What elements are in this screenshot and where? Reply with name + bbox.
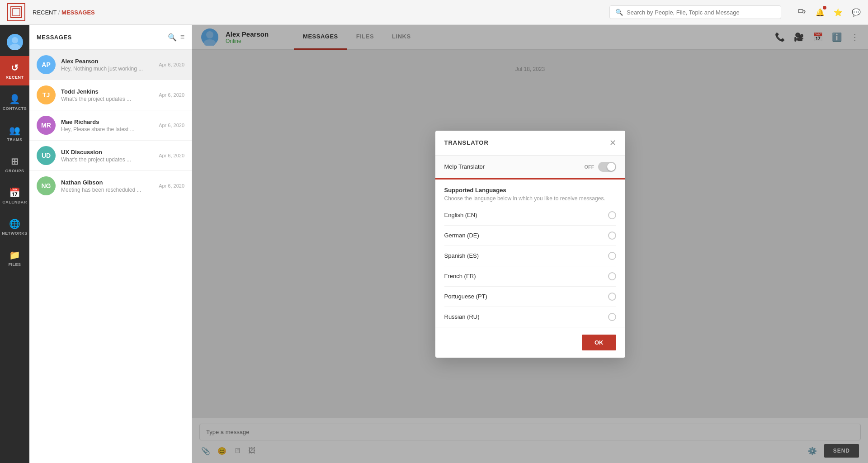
top-header: RECENT / MESSAGES 🔍 🔔 ⭐ 💬 [0,0,868,25]
sidebar-item-contacts[interactable]: 👤 CONTACTS [0,87,29,117]
conversation-item[interactable]: NG Nathan Gibson Meeting has been resche… [29,171,192,201]
modal-footer: OK [435,327,625,358]
conversation-item[interactable]: UD UX Discussion What's the project upda… [29,141,192,171]
modal-overlay[interactable]: TRANSLATOR ✕ Melp Translator OFF Support… [192,25,868,463]
conv-time: Apr 6, 2020 [159,92,184,98]
conv-avatar: NG [37,176,56,195]
networks-icon: 🌐 [9,218,21,229]
conv-avatar: UD [37,146,56,165]
main-layout: ↺ RECENT 👤 CONTACTS 👥 TEAMS ⊞ GROUPS 📅 C… [0,25,868,463]
conversation-list: AP Alex Pearson Hey, Nothing much just w… [29,50,192,463]
filter-panel-icon[interactable]: ≡ [180,33,184,41]
search-input[interactable] [627,9,775,16]
user-avatar [7,34,23,50]
conv-preview: What's the project updates ... [61,156,153,163]
modal-body: Melp Translator OFF Supported Languages … [435,156,625,327]
language-name: English (EN) [444,212,477,218]
teams-icon: 👥 [9,125,21,136]
supported-languages-section: Supported Languages Choose the language … [435,180,625,205]
language-name: Portuguese (PT) [444,293,487,300]
chat-bubble-icon[interactable]: 💬 [852,8,861,17]
svg-rect-1 [13,9,20,16]
modal-title: TRANSLATOR [444,139,489,146]
sidebar-item-calendar[interactable]: 📅 CALENDAR [0,181,29,210]
translator-toggle[interactable] [598,162,616,172]
conversation-item[interactable]: AP Alex Pearson Hey, Nothing much just w… [29,50,192,80]
conv-preview: Hey, Nothing much just working ... [61,66,153,72]
translator-modal: TRANSLATOR ✕ Melp Translator OFF Support… [435,131,625,358]
translator-label: Melp Translator [444,163,485,170]
conversation-item[interactable]: TJ Todd Jenkins What's the project updat… [29,80,192,110]
conv-info: UX Discussion What's the project updates… [61,149,153,163]
supported-langs-desc: Choose the language below in which you l… [444,195,616,202]
contacts-icon: 👤 [9,94,21,104]
conv-name: Alex Pearson [61,58,153,65]
conv-time: Apr 6, 2020 [159,62,184,67]
bell-icon[interactable]: 🔔 [816,8,825,17]
sidebar-item-groups[interactable]: ⊞ GROUPS [0,150,29,179]
breadcrumb: RECENT / MESSAGES [33,9,95,16]
svg-point-4 [9,44,20,50]
translate-icon[interactable] [797,8,807,17]
sidebar-item-teams[interactable]: 👥 TEAMS [0,118,29,148]
recent-icon: ↺ [11,62,19,73]
files-icon: 📁 [9,250,21,260]
language-list: English (EN) German (DE) Spanish (ES) Fr… [435,205,625,327]
star-icon[interactable]: ⭐ [834,8,843,17]
language-item: Spanish (ES) [444,246,616,266]
language-radio-pt[interactable] [608,293,616,301]
language-radio-ru[interactable] [608,313,616,321]
notification-badge [823,6,826,9]
conv-preview: What's the project updates ... [61,96,153,102]
modal-header: TRANSLATOR ✕ [435,131,625,156]
language-radio-en[interactable] [608,211,616,219]
conv-preview: Hey, Please share the latest ... [61,126,153,132]
language-name: Russian (RU) [444,313,480,320]
supported-langs-title: Supported Languages [444,187,616,194]
modal-close-button[interactable]: ✕ [609,139,616,147]
translator-toggle-row: Melp Translator OFF [435,156,625,180]
conv-name: Nathan Gibson [61,179,153,186]
conv-preview: Meeting has been rescheduled ... [61,187,153,193]
conv-avatar: TJ [37,85,56,104]
search-bar[interactable]: 🔍 [609,5,781,19]
sidebar-user-avatar[interactable] [0,29,29,54]
conv-name: Mae Richards [61,118,153,125]
conv-avatar: MR [37,116,56,135]
language-name: Spanish (ES) [444,252,479,259]
groups-icon: ⊞ [11,156,19,167]
app-logo [7,3,25,21]
sidebar-item-recent[interactable]: ↺ RECENT [0,56,29,85]
chat-area: Alex Pearson Online MESSAGES FILES LINKS… [192,25,868,463]
language-radio-fr[interactable] [608,272,616,280]
language-item: German (DE) [444,226,616,246]
language-item: Portuguese (PT) [444,287,616,307]
sidebar-item-files[interactable]: 📁 FILES [0,243,29,273]
ok-button[interactable]: OK [582,335,616,350]
conv-info: Alex Pearson Hey, Nothing much just work… [61,58,153,72]
search-panel-icon[interactable]: 🔍 [168,33,177,42]
language-item: English (EN) [444,205,616,226]
messages-panel-title: MESSAGES [37,34,164,41]
conv-name: Todd Jenkins [61,88,153,95]
toggle-state-label: OFF [585,164,594,170]
toggle-container: OFF [585,162,616,172]
conversation-item[interactable]: MR Mae Richards Hey, Please share the la… [29,110,192,141]
language-radio-es[interactable] [608,252,616,260]
conv-time: Apr 6, 2020 [159,123,184,128]
conv-info: Todd Jenkins What's the project updates … [61,88,153,102]
language-name: French (FR) [444,273,476,279]
conv-time: Apr 6, 2020 [159,183,184,189]
sidebar-item-networks[interactable]: 🌐 NETWORKS [0,212,29,241]
svg-point-3 [12,37,18,43]
messages-panel-header: MESSAGES 🔍 ≡ [29,25,192,50]
header-icons: 🔔 ⭐ 💬 [797,8,861,17]
language-radio-de[interactable] [608,232,616,240]
language-item: Russian (RU) [444,307,616,327]
calendar-icon: 📅 [9,187,21,198]
messages-panel: MESSAGES 🔍 ≡ AP Alex Pearson Hey, Nothin… [29,25,192,463]
conv-avatar: AP [37,55,56,74]
svg-rect-2 [798,9,803,13]
search-icon: 🔍 [615,9,623,16]
conv-name: UX Discussion [61,149,153,156]
